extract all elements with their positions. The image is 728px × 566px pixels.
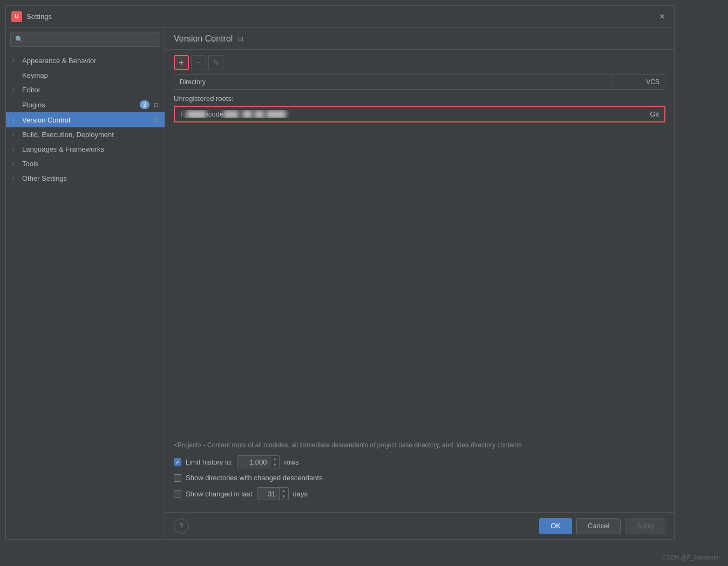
sidebar-item-build[interactable]: › Build, Execution, Deployment: [6, 127, 165, 142]
sidebar-item-appearance[interactable]: › Appearance & Behavior: [6, 53, 165, 68]
show-changed-last-label-before: Show changed in last: [186, 490, 253, 498]
unregistered-row[interactable]: F:████\code███ ██ ██ ████ Git: [174, 106, 665, 122]
page-title: Version Control: [174, 34, 233, 44]
show-changed-last-label-after: days: [293, 490, 308, 498]
sidebar-item-languages[interactable]: › Languages & Frameworks: [6, 142, 165, 156]
sidebar-item-label: Build, Execution, Deployment: [22, 131, 160, 139]
layout-icon: ⊟: [238, 35, 243, 43]
sidebar-item-label: Appearance & Behavior: [22, 57, 160, 65]
watermark: CSDN @F_Alexander: [662, 554, 720, 561]
pin-icon: ⊡: [152, 100, 160, 109]
sidebar: 🔍 › Appearance & Behavior Keymap › Edit: [6, 28, 165, 539]
dialog-footer: ? OK Cancel Apply: [165, 512, 674, 539]
add-vcs-button[interactable]: +: [174, 55, 189, 70]
show-changed-last-input-wrapper: 31 ▲ ▼: [257, 487, 289, 500]
limit-history-label-after: rows: [284, 458, 298, 466]
show-changed-last-input[interactable]: 31: [257, 488, 279, 500]
chevron-icon: ›: [12, 132, 20, 138]
sidebar-item-label: Plugins: [22, 101, 138, 109]
vcs-toolbar: + − ✎: [174, 55, 665, 70]
sidebar-item-label: Version Control: [22, 116, 149, 124]
titlebar: U Settings ×: [6, 6, 674, 28]
sidebar-item-label: Other Settings: [22, 174, 160, 182]
table-header: Directory VCS: [174, 75, 665, 90]
sidebar-item-editor[interactable]: › Editor: [6, 83, 165, 97]
path-blurred-3: ██: [242, 110, 252, 118]
spin-up-2[interactable]: ▲: [280, 488, 288, 494]
help-button[interactable]: ?: [174, 519, 189, 534]
limit-history-checkbox[interactable]: [174, 458, 181, 466]
sidebar-item-tools[interactable]: › Tools: [6, 156, 165, 171]
dialog-title: Settings: [26, 12, 656, 21]
path-blurred-1: ████: [187, 110, 207, 118]
path-code: \code: [206, 110, 223, 118]
limit-history-label-before: Limit history to:: [186, 458, 233, 466]
settings-dialog: U Settings × 🔍 › Appearance & Behavior K…: [5, 5, 675, 540]
chevron-icon: ›: [12, 58, 20, 64]
content-header: Version Control ⊟: [165, 28, 674, 50]
show-changed-descendants-checkbox[interactable]: [174, 474, 181, 482]
sidebar-item-label: Tools: [22, 160, 160, 168]
spin-down[interactable]: ▼: [270, 462, 279, 468]
close-button[interactable]: ×: [656, 10, 669, 23]
unregistered-vcs: Git: [616, 110, 659, 118]
sidebar-item-label: Editor: [22, 86, 160, 94]
path-blurred-4: ██: [254, 110, 264, 118]
chevron-icon: ›: [12, 161, 20, 167]
unregistered-label: Unregistered roots:: [174, 90, 665, 106]
footer-note: <Project> - Content roots of all modules…: [174, 437, 665, 455]
chevron-icon: ›: [12, 175, 20, 181]
remove-vcs-button[interactable]: −: [191, 55, 206, 70]
show-changed-last-spinner: ▲ ▼: [279, 488, 288, 500]
unregistered-path: F:████\code███ ██ ██ ████: [180, 110, 616, 118]
sidebar-item-label: Languages & Frameworks: [22, 145, 160, 153]
col-vcs: VCS: [611, 75, 665, 89]
nav-items: › Appearance & Behavior Keymap › Editor …: [6, 51, 165, 539]
path-prefix: F:: [180, 110, 187, 118]
ok-button[interactable]: OK: [539, 518, 572, 534]
spin-down-2[interactable]: ▼: [280, 494, 288, 500]
limit-history-row: Limit history to: 1,000 ▲ ▼ rows: [174, 455, 665, 468]
vcs-table: Directory VCS: [174, 74, 665, 90]
show-changed-last-checkbox[interactable]: [174, 490, 181, 497]
content-spacer: [174, 122, 665, 437]
cancel-button[interactable]: Cancel: [576, 518, 621, 534]
sidebar-item-keymap[interactable]: Keymap: [6, 68, 165, 83]
content-area: + − ✎ Directory VCS Unregistered roots: …: [165, 50, 674, 512]
show-changed-last-row: Show changed in last 31 ▲ ▼ days: [174, 487, 665, 500]
sidebar-item-label: Keymap: [22, 71, 160, 79]
app-icon: U: [11, 11, 22, 22]
path-blurred-5: ████: [266, 110, 286, 118]
edit-vcs-button[interactable]: ✎: [208, 55, 223, 70]
chevron-icon: ›: [12, 146, 20, 152]
search-box[interactable]: 🔍: [10, 32, 160, 47]
search-input[interactable]: [26, 36, 155, 44]
show-changed-descendants-label: Show directories with changed descendant…: [186, 474, 323, 482]
spin-up[interactable]: ▲: [270, 456, 279, 462]
show-changed-descendants-row: Show directories with changed descendant…: [174, 474, 665, 482]
chevron-icon: ›: [12, 117, 20, 123]
options-section: Limit history to: 1,000 ▲ ▼ rows: [174, 455, 665, 507]
limit-history-input[interactable]: 1,000: [237, 456, 270, 468]
pin-icon: ⊡: [152, 115, 160, 124]
col-directory: Directory: [174, 75, 611, 89]
plugins-badge: 3: [140, 100, 149, 109]
sidebar-item-version-control[interactable]: › Version Control ⊡: [6, 112, 165, 127]
main-content: Version Control ⊟ + − ✎ Directory VCS: [165, 28, 674, 539]
limit-history-input-wrapper: 1,000 ▲ ▼: [237, 455, 280, 468]
chevron-icon: ›: [12, 87, 20, 93]
footer-actions: OK Cancel Apply: [539, 518, 665, 534]
sidebar-item-other[interactable]: › Other Settings: [6, 171, 165, 186]
path-blurred-2: ███: [223, 110, 239, 118]
limit-history-spinner: ▲ ▼: [270, 456, 279, 468]
search-icon: 🔍: [15, 36, 23, 43]
apply-button[interactable]: Apply: [625, 518, 665, 534]
dialog-body: 🔍 › Appearance & Behavior Keymap › Edit: [6, 28, 674, 539]
sidebar-item-plugins[interactable]: Plugins 3 ⊡: [6, 97, 165, 112]
